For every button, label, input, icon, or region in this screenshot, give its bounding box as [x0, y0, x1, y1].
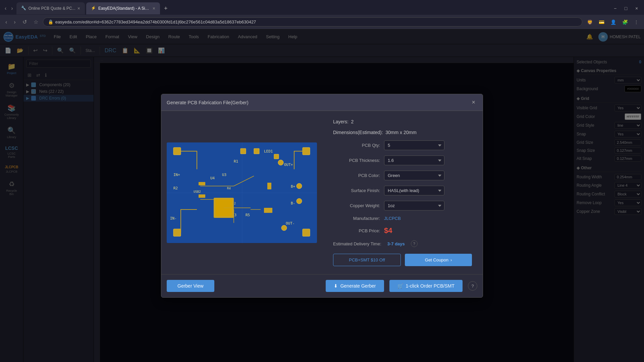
tab-2-close[interactable]: ×	[153, 6, 155, 11]
copper-weight-select[interactable]: 1oz2oz	[384, 201, 444, 210]
dialog-right-panel: Layers: 2 Dimensions(Estimated): 30mm x …	[322, 111, 483, 274]
get-coupon-button[interactable]: Get Coupon ›	[405, 254, 472, 266]
dialog-close-button[interactable]: ×	[470, 98, 477, 107]
svg-text:U4: U4	[210, 176, 215, 180]
svg-rect-29	[254, 148, 259, 154]
svg-rect-42	[267, 183, 271, 189]
pcb-qty-row: PCB Qty: 5101520	[333, 140, 472, 150]
pcb-svg: LED1 IN+ OUT+ R2 R1 U3 U4 USB2 R4 B+ B- …	[167, 142, 317, 243]
browser-tab-1[interactable]: 🔧 Online PCB Quote & PC... ×	[16, 2, 85, 14]
tab-nav-back[interactable]: ‹	[3, 4, 8, 13]
svg-text:B+: B+	[291, 184, 296, 189]
svg-text:LED1: LED1	[264, 149, 273, 154]
order-btn-label: 1-click Order PCB/SMT	[406, 283, 454, 289]
layers-value: 2	[351, 119, 354, 124]
coupon-row: PCB+SMT $10 Off Get Coupon ›	[333, 254, 472, 266]
tab-1-close[interactable]: ×	[77, 6, 80, 11]
svg-rect-27	[173, 229, 181, 236]
tab-1-favicon: 🔧	[21, 6, 26, 11]
download-icon: ⬇	[334, 283, 338, 289]
address-text: easyeda.com/editor#id=6362c7783ed3494ea2…	[55, 19, 256, 24]
tab-2-title: EasyEDA(Standard) - A Simple an...	[98, 6, 151, 11]
svg-point-47	[281, 225, 287, 231]
wallet-icon[interactable]: 💳	[597, 18, 606, 26]
profile-icon[interactable]: 👤	[608, 18, 618, 26]
svg-text:B-: B-	[291, 201, 295, 205]
order-pcb-smt-button[interactable]: 🛒 1-click Order PCB/SMT	[389, 280, 463, 292]
settings-icon[interactable]: ⋮	[632, 18, 641, 26]
surface-finish-row: Surface Finish: HASL(with lead)HASL(lead…	[333, 186, 472, 195]
svg-point-46	[297, 198, 302, 204]
tab-2-favicon: ⚡	[91, 6, 96, 11]
svg-text:R5: R5	[246, 213, 250, 217]
svg-text:IN-: IN-	[170, 216, 177, 221]
surface-finish-select[interactable]: HASL(with lead)HASL(lead free)ENIG	[384, 186, 444, 195]
pcb-thickness-select[interactable]: 1.60.81.02.0	[384, 156, 444, 165]
minimize-button[interactable]: −	[610, 4, 620, 12]
delivery-label: Estimated Delivery Time:	[333, 241, 381, 246]
svg-point-45	[297, 183, 302, 189]
dialog-header: Generate PCB Fabrication File(Gerber) ×	[161, 94, 483, 111]
pcb-preview: LED1 IN+ OUT+ R2 R1 U3 U4 USB2 R4 B+ B- …	[167, 142, 317, 243]
reload-button[interactable]: ↺	[20, 17, 29, 26]
svg-text:IN+: IN+	[173, 173, 180, 177]
svg-rect-30	[240, 148, 246, 154]
browser-controls: ‹ › ↺ ☆ 🔒 easyeda.com/editor#id=6362c778…	[0, 15, 644, 29]
pcb-smt-coupon-button[interactable]: PCB+SMT $10 Off	[333, 254, 401, 266]
svg-text:OUT+: OUT+	[284, 163, 293, 167]
copper-weight-row: Copper Weight: 1oz2oz	[333, 201, 472, 210]
address-bar[interactable]: 🔒 easyeda.com/editor#id=6362c7783ed3494e…	[43, 17, 582, 26]
pcb-color-select[interactable]: GreenRedBlueBlack	[384, 171, 444, 180]
svg-rect-25	[173, 147, 181, 155]
delivery-help-button[interactable]: ?	[411, 240, 418, 247]
svg-rect-43	[264, 208, 272, 213]
pcb-color-row: PCB Color: GreenRedBlueBlack	[333, 171, 472, 180]
extensions-icon[interactable]: 🧩	[620, 18, 630, 26]
brave-icon[interactable]: 🦁	[585, 18, 595, 26]
tab-nav-forward[interactable]: ›	[9, 4, 15, 13]
svg-point-44	[278, 160, 283, 165]
new-tab-button[interactable]: +	[161, 4, 170, 13]
generate-btn-label: Generate Gerber	[340, 283, 376, 289]
back-button[interactable]: ‹	[3, 18, 9, 26]
cart-icon: 🛒	[397, 283, 403, 289]
manufacturer-link[interactable]: JLCPCB	[384, 216, 401, 221]
footer-help-button[interactable]: ?	[468, 281, 477, 291]
pcb-thickness-label: PCB Thickness:	[333, 158, 380, 163]
svg-text:U3: U3	[222, 173, 226, 177]
manufacturer-label: Manufacturer:	[333, 216, 380, 221]
dialog-left-panel: LED1 IN+ OUT+ R2 R1 U3 U4 USB2 R4 B+ B- …	[161, 111, 322, 274]
gerber-view-button[interactable]: Gerber View	[167, 280, 214, 292]
pcb-qty-select[interactable]: 5101520	[384, 140, 444, 150]
dialog-info-layers: Layers: 2	[333, 119, 472, 124]
pcb-color-label: PCB Color:	[333, 173, 380, 178]
dimensions-value: 30mm x 20mm	[385, 130, 417, 135]
copper-weight-label: Copper Weight:	[333, 203, 380, 208]
svg-rect-28	[303, 229, 310, 236]
svg-text:R4: R4	[227, 187, 231, 190]
generate-gerber-button[interactable]: ⬇ Generate Gerber	[326, 280, 384, 292]
pcb-qty-label: PCB Qty:	[333, 143, 380, 148]
svg-text:R1: R1	[234, 159, 238, 164]
get-coupon-label: Get Coupon	[425, 257, 448, 262]
maximize-button[interactable]: □	[621, 4, 631, 12]
svg-text:R2: R2	[173, 186, 178, 190]
dialog-footer: Gerber View ⬇ Generate Gerber 🛒 1-click …	[161, 274, 483, 297]
pcb-thickness-row: PCB Thickness: 1.60.81.02.0	[333, 156, 472, 165]
browser-tab-2[interactable]: ⚡ EasyEDA(Standard) - A Simple an... ×	[86, 2, 160, 14]
dialog-overlay: Generate PCB Fabrication File(Gerber) ×	[0, 29, 644, 362]
get-coupon-arrow: ›	[450, 257, 452, 262]
bookmark-button[interactable]: ☆	[32, 17, 40, 26]
dialog-info-dimensions: Dimensions(Estimated): 30mm x 20mm	[333, 130, 472, 135]
layers-label: Layers:	[333, 119, 348, 124]
manufacturer-row: Manufacturer: JLCPCB	[333, 216, 472, 221]
svg-text:OUT-: OUT-	[286, 221, 295, 226]
tab-1-title: Online PCB Quote & PC...	[29, 6, 75, 11]
svg-rect-41	[199, 194, 205, 198]
dialog-body: LED1 IN+ OUT+ R2 R1 U3 U4 USB2 R4 B+ B- …	[161, 111, 483, 274]
forward-button[interactable]: ›	[12, 18, 17, 26]
tab-bar: ‹ › 🔧 Online PCB Quote & PC... × ⚡ EasyE…	[0, 0, 644, 15]
dimensions-label: Dimensions(Estimated):	[333, 130, 383, 135]
close-window-button[interactable]: ×	[632, 4, 641, 12]
svg-rect-40	[199, 182, 205, 185]
